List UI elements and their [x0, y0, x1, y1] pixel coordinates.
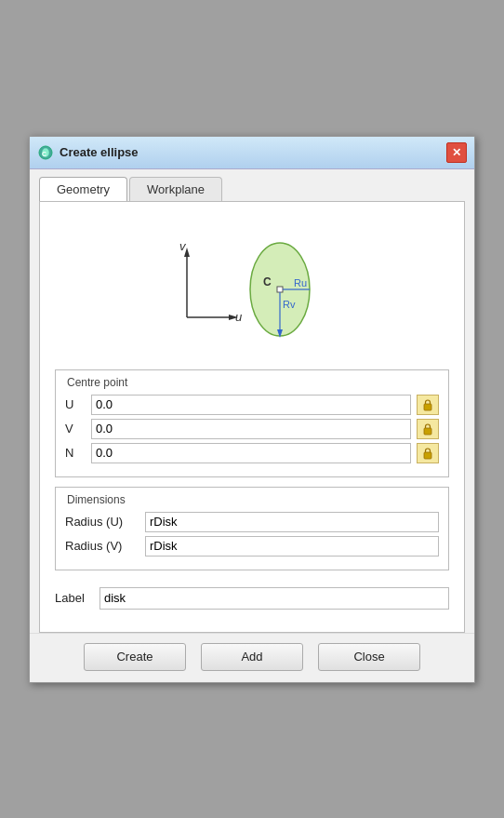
svg-text:Ru: Ru [294, 277, 307, 288]
svg-rect-17 [424, 404, 431, 410]
svg-rect-18 [424, 428, 431, 435]
svg-text:v: v [179, 239, 187, 253]
tab-geometry[interactable]: Geometry [39, 177, 127, 201]
svg-rect-10 [277, 287, 283, 292]
centre-point-legend: Centre point [65, 376, 439, 389]
radius-u-input[interactable] [145, 512, 439, 532]
title-bar-left: C Create ellipse [37, 144, 139, 161]
ellipse-diagram: v u C Ru Rv [159, 224, 345, 355]
app-icon: C [37, 144, 54, 161]
label-label: Label [55, 591, 92, 605]
n-input[interactable] [91, 443, 411, 463]
radius-v-label: Radius (V) [65, 539, 139, 553]
svg-rect-19 [424, 452, 431, 459]
centre-point-section: Centre point U V [55, 369, 449, 477]
window-title: Create ellipse [60, 145, 139, 159]
u-label: U [65, 397, 86, 411]
v-lock-button[interactable] [417, 419, 439, 439]
diagram-area: v u C Ru Rv [55, 215, 449, 369]
v-input[interactable] [91, 419, 411, 439]
create-button[interactable]: Create [84, 643, 186, 671]
lock-icon [421, 398, 434, 411]
dimensions-legend: Dimensions [65, 493, 439, 506]
lock-icon [421, 422, 434, 436]
radius-v-row: Radius (V) [65, 536, 439, 557]
v-field-row: V [65, 419, 439, 439]
radius-v-input[interactable] [145, 536, 439, 557]
u-field-row: U [65, 395, 439, 415]
n-field-row: N [65, 443, 439, 463]
label-row: Label [55, 587, 449, 610]
svg-text:u: u [235, 310, 242, 324]
svg-text:Rv: Rv [283, 299, 296, 310]
u-input[interactable] [91, 395, 411, 415]
n-lock-button[interactable] [417, 443, 439, 463]
button-row: Create Add Close [30, 633, 474, 682]
n-label: N [65, 446, 86, 460]
tab-workplane[interactable]: Workplane [129, 177, 222, 201]
tab-bar: Geometry Workplane [30, 169, 474, 201]
tab-content: v u C Ru Rv Centre point [39, 201, 465, 633]
radius-u-row: Radius (U) [65, 512, 439, 532]
label-input[interactable] [99, 587, 449, 610]
u-lock-button[interactable] [417, 395, 439, 415]
dimensions-section: Dimensions Radius (U) Radius (V) [55, 487, 449, 570]
svg-text:C: C [263, 275, 272, 288]
close-button-bottom[interactable]: Close [318, 643, 420, 671]
close-button[interactable]: ✕ [446, 142, 467, 163]
radius-u-label: Radius (U) [65, 515, 139, 529]
dialog-window: C Create ellipse ✕ Geometry Workplane v … [29, 136, 475, 683]
lock-icon [421, 447, 434, 460]
svg-text:C: C [42, 151, 46, 157]
add-button[interactable]: Add [201, 643, 303, 671]
v-label: V [65, 422, 86, 436]
title-bar: C Create ellipse ✕ [30, 137, 474, 169]
